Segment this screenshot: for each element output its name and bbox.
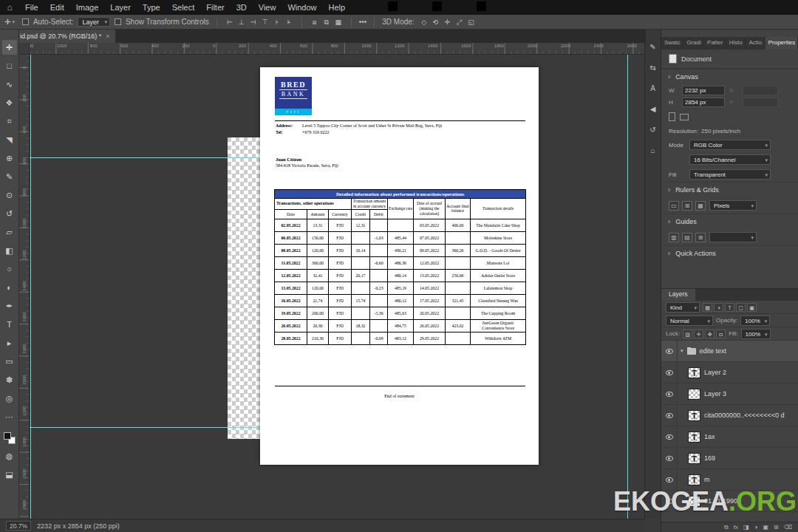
- layer-fill-dropdown[interactable]: 100%: [741, 329, 771, 339]
- blur-tool[interactable]: ○: [2, 262, 17, 276]
- hand-tool[interactable]: ✽: [2, 372, 17, 387]
- color-mode-dropdown[interactable]: RGB Color: [689, 140, 771, 150]
- adjustment-layer-icon[interactable]: ◑: [754, 524, 758, 531]
- history-panel-icon[interactable]: ↺: [647, 124, 659, 136]
- path-selection-tool[interactable]: ▸: [2, 335, 17, 350]
- healing-brush-tool[interactable]: ⊕: [2, 151, 17, 166]
- panel-tab-gradi[interactable]: Gradi: [683, 37, 704, 50]
- filter-adjustment-icon[interactable]: ◑: [714, 303, 723, 312]
- text-layer-thumbnail[interactable]: T: [688, 474, 700, 485]
- 3d-roll-icon[interactable]: ⟲: [431, 17, 441, 27]
- layer-name[interactable]: 1ax: [704, 433, 715, 440]
- move-tool[interactable]: ✛: [2, 40, 17, 55]
- visibility-toggle[interactable]: [661, 383, 678, 404]
- units-dropdown[interactable]: Pixels: [709, 200, 757, 211]
- show-transform-checkbox[interactable]: [115, 18, 121, 25]
- lasso-tool[interactable]: ∿: [2, 77, 17, 92]
- panel-tab-patter[interactable]: Patter: [704, 37, 726, 50]
- filter-kind-dropdown[interactable]: Kind: [666, 302, 700, 313]
- tab-layers[interactable]: Layers: [661, 289, 695, 301]
- grid-icon[interactable]: ⊞: [682, 201, 692, 211]
- panel-tab-actio[interactable]: Actio: [746, 37, 765, 50]
- symmetry-icon[interactable]: ⇆: [647, 62, 659, 74]
- opacity-dropdown[interactable]: 100%: [740, 316, 770, 326]
- more-options-icon[interactable]: •••: [359, 18, 367, 26]
- filter-smart-icon[interactable]: ▣: [747, 303, 757, 312]
- eraser-tool[interactable]: ▱: [2, 225, 17, 239]
- visibility-toggle[interactable]: [661, 426, 678, 447]
- layer-name[interactable]: cita0000000..<<<<<<<<0 d: [704, 412, 785, 419]
- panel-tab-swatc[interactable]: Swatc: [661, 37, 683, 50]
- menu-type[interactable]: Type: [137, 0, 166, 15]
- delete-layer-icon[interactable]: ⌫: [784, 524, 792, 531]
- visibility-toggle[interactable]: [661, 341, 678, 361]
- vertical-guide[interactable]: [30, 55, 31, 519]
- history-brush-tool[interactable]: ↺: [2, 206, 17, 221]
- align-top-icon[interactable]: ⊤: [260, 17, 270, 27]
- distribute-h-icon[interactable]: ⧈: [310, 17, 320, 27]
- 3d-slide-icon[interactable]: ⤢: [454, 17, 465, 27]
- lock-position-icon[interactable]: ✥: [705, 330, 715, 338]
- blend-mode-dropdown[interactable]: Normal: [666, 316, 713, 326]
- lock-all-icon[interactable]: ◘: [716, 330, 726, 338]
- 3d-orbit-icon[interactable]: ◇: [419, 17, 429, 27]
- layer-name[interactable]: Layer 2: [704, 369, 726, 376]
- brush-settings-icon[interactable]: ✎: [647, 41, 659, 53]
- properties-document-row[interactable]: Document: [661, 50, 798, 69]
- visibility-toggle[interactable]: [661, 362, 678, 383]
- home-icon[interactable]: ⌂: [0, 2, 19, 13]
- link-layers-icon[interactable]: ⧉: [724, 524, 729, 531]
- landscape-icon[interactable]: [680, 114, 689, 120]
- quick-selection-tool[interactable]: ❖: [2, 95, 17, 110]
- align-right-icon[interactable]: ⊣: [248, 17, 259, 27]
- quick-actions-section-header[interactable]: ∨ Quick Actions: [661, 245, 798, 261]
- guides-lock-icon[interactable]: ▤: [682, 233, 692, 242]
- menu-window[interactable]: Window: [282, 0, 322, 15]
- distribute-v-icon[interactable]: ⧉: [321, 17, 332, 27]
- layer-name[interactable]: Layer 3: [704, 390, 726, 398]
- bit-depth-dropdown[interactable]: 16 Bits/Channel: [689, 154, 771, 165]
- canvas-fill-dropdown[interactable]: Transparent: [689, 169, 771, 180]
- tool-preset-picker[interactable]: ✛ ▾: [4, 18, 15, 26]
- layer-row[interactable]: T169: [661, 448, 798, 469]
- 3d-scale-icon[interactable]: ◱: [466, 17, 477, 27]
- libraries-panel-icon[interactable]: ⌂: [647, 145, 659, 157]
- panel-tab-properties[interactable]: Properties: [765, 37, 798, 50]
- quick-mask-icon[interactable]: ◍: [2, 449, 17, 463]
- rectangular-marquee-tool[interactable]: □: [2, 58, 17, 73]
- auto-select-checkbox[interactable]: [22, 18, 29, 25]
- menu-help[interactable]: Help: [323, 0, 352, 15]
- audio-icon[interactable]: ◀: [647, 103, 659, 115]
- 3d-pan-icon[interactable]: ✛: [443, 17, 453, 27]
- rulers-grids-section-header[interactable]: ∨ Rulers & Grids: [661, 182, 798, 197]
- guides-section-header[interactable]: ∨ Guides: [661, 214, 798, 229]
- text-layer-thumbnail[interactable]: T: [688, 367, 700, 378]
- horizontal-ruler[interactable]: 1200100080060040020002004006008001000120…: [19, 43, 644, 55]
- character-panel-icon[interactable]: A: [647, 83, 659, 95]
- align-bottom-icon[interactable]: ⊧: [284, 17, 294, 27]
- layer-name[interactable]: 169: [704, 454, 715, 462]
- zoom-tool[interactable]: ◎: [2, 391, 17, 406]
- pixel-layer-thumbnail[interactable]: [688, 389, 700, 400]
- horizontal-guide[interactable]: [30, 157, 260, 158]
- menu-filter[interactable]: Filter: [200, 0, 230, 15]
- layer-name[interactable]: m: [704, 476, 710, 483]
- crop-tool[interactable]: ⌗: [2, 114, 17, 129]
- panel-tab-histo[interactable]: Histo: [726, 37, 746, 50]
- text-layer-thumbnail[interactable]: T: [688, 410, 700, 421]
- distribute-spacing-icon[interactable]: ▦: [333, 17, 344, 27]
- layer-mask-icon[interactable]: ◨: [743, 524, 749, 531]
- layer-row[interactable]: T1ax: [661, 426, 798, 448]
- menu-file[interactable]: File: [19, 0, 44, 15]
- visibility-toggle[interactable]: [661, 405, 678, 426]
- brush-tool[interactable]: ✎: [2, 169, 17, 184]
- menu-3d[interactable]: 3D: [231, 0, 253, 15]
- layer-name[interactable]: edite text: [700, 347, 727, 355]
- menu-image[interactable]: Image: [70, 0, 105, 15]
- vertical-ruler[interactable]: 0200400600800100012001400160018002000220…: [19, 55, 30, 519]
- portrait-icon[interactable]: [669, 112, 675, 121]
- menu-view[interactable]: View: [253, 0, 282, 15]
- pixel-grid-icon[interactable]: ▦: [695, 201, 706, 211]
- edit-toolbar-icon[interactable]: ⋯: [2, 409, 17, 424]
- align-left-icon[interactable]: ⊢: [225, 17, 235, 27]
